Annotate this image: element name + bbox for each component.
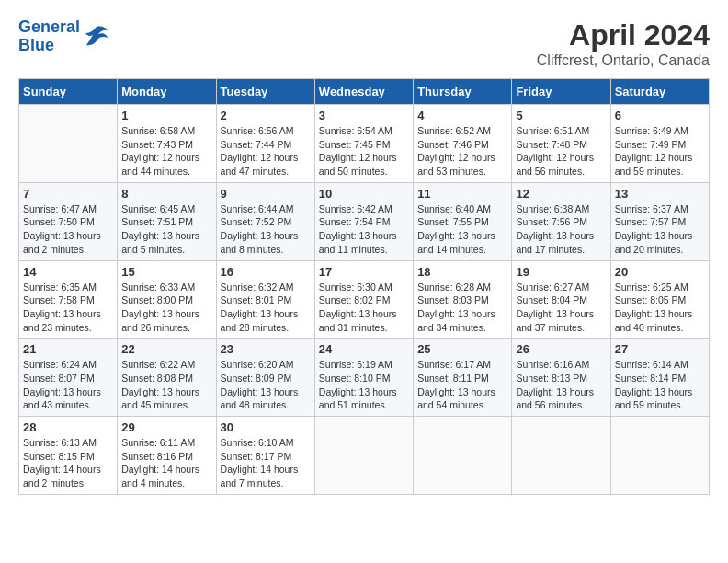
cell-content: Sunrise: 6:37 AM Sunset: 7:57 PM Dayligh…	[615, 202, 705, 257]
calendar-cell: 12Sunrise: 6:38 AM Sunset: 7:56 PM Dayli…	[512, 182, 610, 260]
calendar-cell	[19, 105, 118, 183]
calendar-cell: 1Sunrise: 6:58 AM Sunset: 7:43 PM Daylig…	[118, 105, 216, 183]
day-number: 11	[417, 187, 507, 201]
calendar-cell: 10Sunrise: 6:42 AM Sunset: 7:54 PM Dayli…	[314, 182, 413, 260]
calendar-cell: 20Sunrise: 6:25 AM Sunset: 8:05 PM Dayli…	[610, 260, 709, 339]
week-row: 7Sunrise: 6:47 AM Sunset: 7:50 PM Daylig…	[19, 182, 710, 260]
day-number: 23	[221, 342, 311, 356]
day-number: 7	[23, 187, 113, 201]
calendar-cell: 16Sunrise: 6:32 AM Sunset: 8:01 PM Dayli…	[216, 260, 314, 339]
calendar-cell	[414, 417, 512, 495]
logo-text: General Blue	[18, 18, 80, 55]
cell-content: Sunrise: 6:28 AM Sunset: 8:03 PM Dayligh…	[417, 281, 507, 335]
calendar-cell: 28Sunrise: 6:13 AM Sunset: 8:15 PM Dayli…	[19, 417, 118, 495]
cell-content: Sunrise: 6:45 AM Sunset: 7:51 PM Dayligh…	[121, 202, 211, 257]
day-number: 2	[221, 109, 311, 122]
day-number: 12	[516, 187, 606, 201]
cell-content: Sunrise: 6:35 AM Sunset: 7:58 PM Dayligh…	[23, 281, 113, 335]
day-number: 8	[121, 187, 211, 201]
main-title: April 2024	[537, 18, 710, 52]
page-header: General Blue April 2024 Cliffcrest, Onta…	[18, 18, 710, 69]
cell-content: Sunrise: 6:40 AM Sunset: 7:55 PM Dayligh…	[417, 202, 507, 257]
day-number: 4	[417, 109, 507, 122]
cell-content: Sunrise: 6:14 AM Sunset: 8:14 PM Dayligh…	[615, 358, 705, 412]
cell-content: Sunrise: 6:10 AM Sunset: 8:17 PM Dayligh…	[221, 436, 311, 490]
cell-content: Sunrise: 6:56 AM Sunset: 7:44 PM Dayligh…	[221, 124, 311, 178]
week-row: 14Sunrise: 6:35 AM Sunset: 7:58 PM Dayli…	[19, 260, 710, 339]
calendar-cell: 14Sunrise: 6:35 AM Sunset: 7:58 PM Dayli…	[19, 260, 118, 339]
day-number: 14	[23, 265, 113, 279]
calendar-cell	[610, 417, 709, 495]
weekday-header: Saturday	[610, 79, 709, 105]
calendar-cell: 17Sunrise: 6:30 AM Sunset: 8:02 PM Dayli…	[314, 260, 413, 339]
calendar-cell: 23Sunrise: 6:20 AM Sunset: 8:09 PM Dayli…	[216, 339, 314, 417]
calendar-cell: 13Sunrise: 6:37 AM Sunset: 7:57 PM Dayli…	[610, 182, 709, 260]
calendar-cell: 6Sunrise: 6:49 AM Sunset: 7:49 PM Daylig…	[610, 105, 709, 183]
day-number: 3	[319, 109, 409, 122]
day-number: 24	[319, 342, 409, 356]
week-row: 28Sunrise: 6:13 AM Sunset: 8:15 PM Dayli…	[19, 417, 710, 495]
cell-content: Sunrise: 6:25 AM Sunset: 8:05 PM Dayligh…	[615, 281, 705, 335]
header-row: SundayMondayTuesdayWednesdayThursdayFrid…	[19, 79, 710, 105]
logo: General Blue	[18, 18, 109, 55]
day-number: 27	[615, 342, 705, 356]
cell-content: Sunrise: 6:20 AM Sunset: 8:09 PM Dayligh…	[221, 358, 311, 412]
subtitle: Cliffcrest, Ontario, Canada	[537, 52, 710, 69]
calendar-cell: 21Sunrise: 6:24 AM Sunset: 8:07 PM Dayli…	[19, 339, 118, 417]
day-number: 18	[417, 265, 507, 279]
calendar-cell: 22Sunrise: 6:22 AM Sunset: 8:08 PM Dayli…	[118, 339, 216, 417]
weekday-header: Tuesday	[216, 79, 314, 105]
day-number: 19	[516, 265, 606, 279]
day-number: 17	[319, 265, 409, 279]
cell-content: Sunrise: 6:16 AM Sunset: 8:13 PM Dayligh…	[516, 358, 606, 412]
calendar-cell: 11Sunrise: 6:40 AM Sunset: 7:55 PM Dayli…	[414, 182, 512, 260]
day-number: 30	[221, 420, 311, 434]
weekday-header: Sunday	[19, 79, 118, 105]
cell-content: Sunrise: 6:49 AM Sunset: 7:49 PM Dayligh…	[615, 124, 705, 178]
cell-content: Sunrise: 6:13 AM Sunset: 8:15 PM Dayligh…	[23, 436, 113, 490]
cell-content: Sunrise: 6:58 AM Sunset: 7:43 PM Dayligh…	[121, 124, 211, 178]
logo-bird-icon	[82, 23, 109, 51]
calendar-cell: 9Sunrise: 6:44 AM Sunset: 7:52 PM Daylig…	[216, 182, 314, 260]
calendar-cell: 24Sunrise: 6:19 AM Sunset: 8:10 PM Dayli…	[314, 339, 413, 417]
cell-content: Sunrise: 6:11 AM Sunset: 8:16 PM Dayligh…	[121, 436, 211, 490]
cell-content: Sunrise: 6:19 AM Sunset: 8:10 PM Dayligh…	[319, 358, 409, 412]
calendar-cell: 26Sunrise: 6:16 AM Sunset: 8:13 PM Dayli…	[512, 339, 610, 417]
day-number: 15	[121, 265, 211, 279]
calendar-cell: 19Sunrise: 6:27 AM Sunset: 8:04 PM Dayli…	[512, 260, 610, 339]
cell-content: Sunrise: 6:47 AM Sunset: 7:50 PM Dayligh…	[23, 202, 113, 257]
cell-content: Sunrise: 6:30 AM Sunset: 8:02 PM Dayligh…	[319, 281, 409, 335]
cell-content: Sunrise: 6:17 AM Sunset: 8:11 PM Dayligh…	[417, 358, 507, 412]
day-number: 20	[615, 265, 705, 279]
calendar-cell: 27Sunrise: 6:14 AM Sunset: 8:14 PM Dayli…	[610, 339, 709, 417]
day-number: 13	[615, 187, 705, 201]
weekday-header: Friday	[512, 79, 610, 105]
day-number: 25	[417, 342, 507, 356]
calendar-cell	[512, 417, 610, 495]
day-number: 6	[615, 109, 705, 122]
day-number: 16	[221, 265, 311, 279]
calendar-cell: 8Sunrise: 6:45 AM Sunset: 7:51 PM Daylig…	[118, 182, 216, 260]
cell-content: Sunrise: 6:32 AM Sunset: 8:01 PM Dayligh…	[221, 281, 311, 335]
calendar-cell: 5Sunrise: 6:51 AM Sunset: 7:48 PM Daylig…	[512, 105, 610, 183]
calendar-cell: 4Sunrise: 6:52 AM Sunset: 7:46 PM Daylig…	[414, 105, 512, 183]
day-number: 5	[516, 109, 606, 122]
day-number: 22	[121, 342, 211, 356]
title-block: April 2024 Cliffcrest, Ontario, Canada	[537, 18, 710, 69]
day-number: 9	[221, 187, 311, 201]
weekday-header: Thursday	[414, 79, 512, 105]
day-number: 29	[121, 420, 211, 434]
weekday-header: Wednesday	[314, 79, 413, 105]
calendar-cell	[314, 417, 413, 495]
day-number: 10	[319, 187, 409, 201]
cell-content: Sunrise: 6:33 AM Sunset: 8:00 PM Dayligh…	[121, 281, 211, 335]
calendar-cell: 2Sunrise: 6:56 AM Sunset: 7:44 PM Daylig…	[216, 105, 314, 183]
calendar-cell: 29Sunrise: 6:11 AM Sunset: 8:16 PM Dayli…	[118, 417, 216, 495]
day-number: 28	[23, 420, 113, 434]
cell-content: Sunrise: 6:27 AM Sunset: 8:04 PM Dayligh…	[516, 281, 606, 335]
calendar-cell: 25Sunrise: 6:17 AM Sunset: 8:11 PM Dayli…	[414, 339, 512, 417]
cell-content: Sunrise: 6:24 AM Sunset: 8:07 PM Dayligh…	[23, 358, 113, 412]
day-number: 26	[516, 342, 606, 356]
day-number: 1	[121, 109, 211, 122]
calendar-table: SundayMondayTuesdayWednesdayThursdayFrid…	[18, 78, 710, 495]
